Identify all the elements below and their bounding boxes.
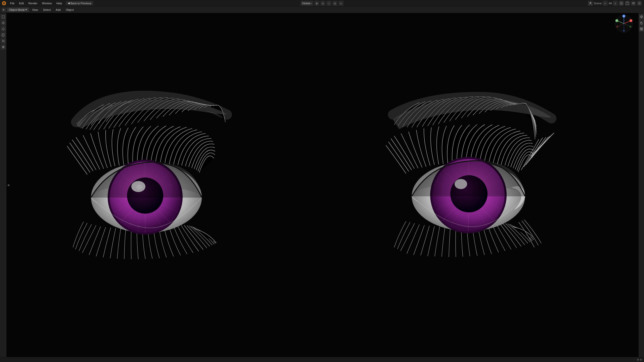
svg-text:Y: Y bbox=[616, 20, 618, 22]
scene-dropdown[interactable] bbox=[603, 1, 608, 6]
output-icon[interactable] bbox=[625, 1, 630, 6]
all-dropdown[interactable] bbox=[613, 1, 618, 6]
status-dot-1 bbox=[637, 359, 639, 361]
scale-tool[interactable] bbox=[1, 38, 6, 44]
svg-rect-28 bbox=[640, 29, 641, 30]
svg-rect-27 bbox=[642, 28, 643, 29]
all-chevron bbox=[615, 2, 616, 5]
all-label: All bbox=[609, 2, 612, 5]
svg-rect-8 bbox=[632, 3, 635, 4]
global-dropdown[interactable]: Global bbox=[301, 1, 313, 6]
scene-label: Scene bbox=[594, 2, 602, 5]
svg-point-2 bbox=[4, 3, 5, 4]
rotate-tool[interactable] bbox=[1, 32, 6, 38]
object-mode-dropdown[interactable]: Object Mode ▾ bbox=[7, 8, 29, 12]
right-panel-icons bbox=[638, 13, 644, 357]
cursor-tool[interactable] bbox=[1, 20, 6, 26]
object-mode-label: Object Mode bbox=[9, 8, 25, 11]
move-tool[interactable] bbox=[1, 26, 6, 32]
transform-icon[interactable]: ⊕ bbox=[314, 1, 319, 6]
global-chevron bbox=[310, 2, 312, 5]
svg-rect-17 bbox=[3, 40, 4, 42]
render-engine-icon[interactable] bbox=[619, 1, 624, 6]
svg-point-10 bbox=[639, 3, 640, 4]
view-panel-icon[interactable] bbox=[639, 14, 644, 20]
second-toolbar: Object Mode ▾ View Select Add Object bbox=[0, 7, 644, 13]
menu-file[interactable]: File bbox=[8, 1, 17, 5]
menu-edit[interactable]: Edit bbox=[17, 1, 26, 5]
right-toolbar: Scene All bbox=[588, 0, 644, 7]
object-mode-chevron: ▾ bbox=[25, 8, 27, 11]
svg-rect-9 bbox=[632, 4, 635, 5]
svg-point-43 bbox=[629, 26, 631, 28]
svg-point-45 bbox=[623, 30, 625, 32]
cursor-icon[interactable] bbox=[2, 8, 6, 12]
status-dot-2 bbox=[640, 359, 642, 361]
center-toolbar: Global ⊕ ⊙ □ ◎ ∿ bbox=[301, 0, 344, 7]
toolbar-select[interactable]: Select bbox=[41, 8, 53, 12]
svg-rect-11 bbox=[2, 16, 5, 18]
transform-tool[interactable] bbox=[1, 44, 6, 50]
viewport[interactable]: ◀ bbox=[7, 13, 638, 357]
svg-point-5 bbox=[621, 3, 622, 4]
blender-logo bbox=[2, 1, 7, 6]
back-arrow-icon: ◀ bbox=[68, 2, 70, 5]
grid-icon[interactable] bbox=[639, 26, 644, 32]
svg-point-3 bbox=[590, 2, 591, 4]
menu-help[interactable]: Help bbox=[54, 1, 64, 5]
select-box-tool[interactable] bbox=[1, 14, 6, 20]
svg-rect-6 bbox=[626, 2, 629, 5]
pivot-icon[interactable]: ⊙ bbox=[320, 1, 325, 6]
svg-point-41 bbox=[616, 26, 618, 28]
svg-rect-26 bbox=[640, 28, 641, 29]
top-menu-bar: File Edit Render Window Help ◀ Back to P… bbox=[0, 0, 644, 7]
view-layer-icon[interactable] bbox=[631, 1, 636, 6]
svg-rect-7 bbox=[632, 3, 635, 3]
user-icon[interactable] bbox=[588, 1, 593, 6]
back-to-previous-button[interactable]: ◀ Back to Previous bbox=[66, 1, 94, 5]
hand-icon[interactable] bbox=[639, 20, 644, 26]
back-to-previous-label: Back to Previous bbox=[71, 2, 92, 5]
snap-icon[interactable]: □ bbox=[326, 1, 331, 6]
viewport-gizmo[interactable]: X Y Z bbox=[614, 14, 636, 36]
extra-icon[interactable]: ∿ bbox=[338, 1, 343, 6]
menu-window[interactable]: Window bbox=[40, 1, 54, 5]
svg-rect-29 bbox=[642, 29, 643, 30]
svg-text:X: X bbox=[630, 20, 632, 22]
status-bar bbox=[0, 357, 644, 362]
scene-chevron bbox=[605, 2, 606, 5]
proportional-icon[interactable]: ◎ bbox=[332, 1, 337, 6]
svg-text:Z: Z bbox=[623, 15, 625, 17]
svg-line-19 bbox=[4, 42, 5, 42]
toolbar-view[interactable]: View bbox=[30, 8, 40, 12]
eyes-artwork bbox=[7, 13, 638, 357]
left-vertical-toolbar bbox=[0, 13, 7, 357]
svg-point-12 bbox=[3, 22, 4, 24]
svg-line-18 bbox=[2, 40, 3, 40]
viewport-left-indicator: ◀ bbox=[7, 183, 9, 187]
toolbar-add[interactable]: Add bbox=[54, 8, 63, 12]
global-label: Global bbox=[302, 2, 310, 5]
menu-render[interactable]: Render bbox=[26, 1, 39, 5]
toolbar-object[interactable]: Object bbox=[64, 8, 76, 12]
settings-icon[interactable] bbox=[637, 1, 642, 6]
